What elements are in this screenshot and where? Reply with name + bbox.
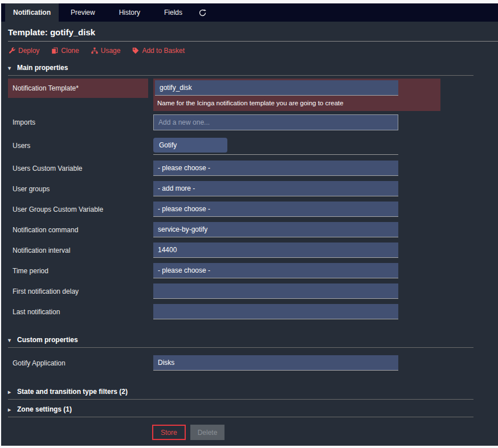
chip-underline [153, 154, 398, 155]
usage-link[interactable]: Usage [91, 47, 121, 55]
field-label: Notification Template* [8, 79, 148, 98]
sitemap-icon [91, 47, 98, 54]
usage-label: Usage [101, 47, 121, 55]
section-state-transition-filters: ▸ State and transition type filters (2) [8, 388, 473, 400]
action-links: Deploy Clone Usage [1, 42, 498, 55]
caret-right-icon: ▸ [8, 389, 13, 395]
form-row-users-custom-variable: Users Custom Variable - please choose - [8, 161, 473, 176]
field-label: Users [8, 138, 153, 155]
field-label: Notification interval [8, 243, 153, 258]
section-title: State and transition type filters (2) [17, 388, 128, 396]
section-main-properties: ▾ Main properties Notification Template*… [8, 64, 473, 319]
gotify-application-input[interactable] [153, 355, 398, 371]
section-divider [8, 399, 473, 400]
delete-button[interactable]: Delete [190, 425, 225, 440]
icinga-director-panel: Notification Preview History Fields Temp… [1, 3, 498, 446]
notification-template-input[interactable] [155, 80, 398, 96]
form-buttons: Store Delete [152, 425, 498, 440]
page-title: Template: gotify_disk [8, 27, 498, 37]
form-row-user-groups: User groups - add more - [8, 181, 473, 196]
last-notification-input[interactable] [153, 304, 398, 319]
caret-down-icon: ▾ [8, 65, 13, 71]
section-zone-settings: ▸ Zone settings (1) [8, 405, 473, 417]
tab-notification[interactable]: Notification [5, 3, 59, 22]
field-label: User groups [8, 181, 153, 196]
clone-label: Clone [61, 47, 79, 55]
clone-icon [51, 47, 58, 54]
section-divider [8, 347, 473, 348]
clone-link[interactable]: Clone [51, 47, 79, 55]
users-chip[interactable]: Gotify [153, 138, 227, 153]
field-label: Imports [8, 114, 153, 130]
time-period-select[interactable]: - please choose - [153, 263, 398, 278]
form-row-notification-command: Notification command service-by-gotify [8, 222, 473, 237]
refresh-icon[interactable] [194, 3, 211, 22]
user-groups-custom-variable-select[interactable]: - please choose - [153, 202, 398, 217]
field-label: Time period [8, 263, 153, 278]
store-button[interactable]: Store [152, 425, 186, 440]
caret-right-icon: ▸ [8, 406, 13, 413]
custom-properties-form: Gotify Application [8, 355, 473, 371]
field-label: Users Custom Variable [8, 161, 153, 176]
section-divider [8, 417, 473, 417]
form-row-first-notification-delay: First notification delay [8, 283, 473, 299]
section-title: Custom properties [17, 336, 78, 344]
caret-down-icon: ▾ [8, 337, 13, 343]
section-title: Main properties [17, 64, 68, 72]
users-custom-variable-select[interactable]: - please choose - [153, 161, 398, 176]
section-custom-properties: ▾ Custom properties Gotify Application [8, 336, 473, 371]
form-row-time-period: Time period - please choose - [8, 263, 473, 278]
form-row-notification-interval: Notification interval [8, 243, 473, 258]
deploy-label: Deploy [18, 47, 39, 55]
section-header-main-properties[interactable]: ▾ Main properties [8, 64, 473, 72]
form-row-user-groups-custom-variable: User Groups Custom Variable - please cho… [8, 202, 473, 217]
add-to-basket-label: Add to Basket [142, 47, 185, 55]
form-row-last-notification: Last notification [8, 304, 473, 319]
highlighted-field-area: Name for the Icinga notification templat… [153, 79, 440, 111]
deploy-link[interactable]: Deploy [9, 47, 39, 55]
tab-history[interactable]: History [107, 3, 152, 22]
notification-command-select[interactable]: service-by-gotify [153, 222, 398, 237]
first-notification-delay-input[interactable] [153, 283, 398, 299]
section-header-state-transition-filters[interactable]: ▸ State and transition type filters (2) [8, 388, 473, 396]
main-properties-form: Notification Template* Name for the Icin… [8, 79, 473, 319]
section-header-zone-settings[interactable]: ▸ Zone settings (1) [8, 405, 473, 413]
field-label: Gotify Application [8, 355, 153, 371]
notification-interval-input[interactable] [153, 243, 398, 258]
add-to-basket-link[interactable]: Add to Basket [132, 47, 185, 55]
user-groups-select[interactable]: - add more - [153, 181, 398, 196]
form-row-users: Users Gotify [8, 138, 473, 155]
form-row-notification-template: Notification Template* Name for the Icin… [8, 79, 473, 111]
field-label: First notification delay [8, 283, 153, 299]
section-header-custom-properties[interactable]: ▾ Custom properties [8, 336, 473, 344]
form-row-imports: Imports [8, 114, 473, 130]
tab-preview[interactable]: Preview [59, 3, 107, 22]
tag-icon [132, 47, 139, 54]
tab-fields[interactable]: Fields [152, 3, 194, 22]
field-label: Notification command [8, 222, 153, 237]
field-label: Last notification [8, 304, 153, 319]
section-divider [8, 75, 473, 76]
wrench-icon [9, 47, 15, 54]
field-description: Name for the Icinga notification templat… [155, 100, 440, 106]
form-row-gotify-application: Gotify Application [8, 355, 473, 371]
tab-bar: Notification Preview History Fields [1, 3, 498, 22]
field-label: User Groups Custom Variable [8, 202, 153, 217]
section-title: Zone settings (1) [17, 405, 72, 413]
imports-input[interactable] [153, 114, 398, 130]
